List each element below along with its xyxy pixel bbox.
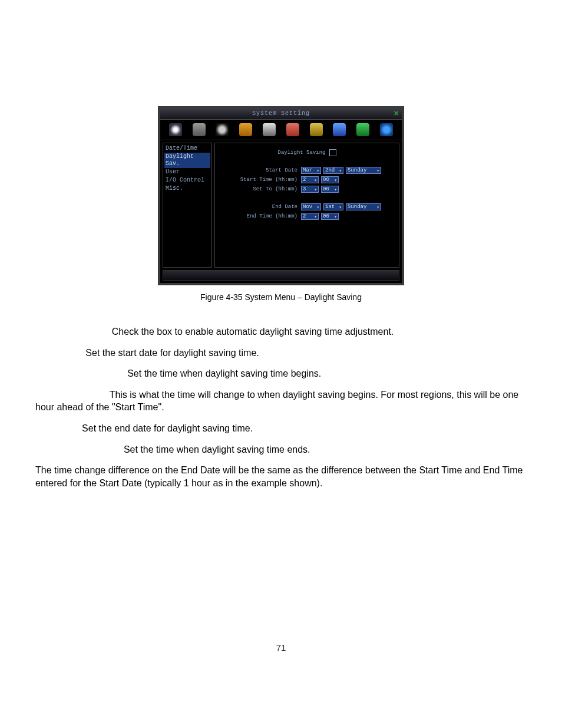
arrow-icon[interactable] <box>193 123 206 136</box>
form-row: End Time (hh:mm)2▾00▾ <box>221 213 393 220</box>
form-row: Start Time (hh:mm)2▾00▾ <box>221 176 393 183</box>
page-number: 71 <box>35 643 527 653</box>
chevron-down-icon: ▾ <box>314 187 317 192</box>
form-row: End DateNov▾1st▾Sunday▾ <box>221 203 393 210</box>
form-row: Start DateMar▾2nd▾Sunday▾ <box>221 167 393 174</box>
dropdown[interactable]: 2▾ <box>301 213 319 220</box>
dropdown[interactable]: 00▾ <box>321 186 339 193</box>
info-icon[interactable] <box>380 123 393 136</box>
body-paragraph: End Date: Set the end date for daylight … <box>35 422 527 435</box>
window-titlebar: System Setting × <box>160 108 402 120</box>
daylight-saving-checkbox[interactable] <box>329 149 336 156</box>
dropdown-value: 2 <box>303 213 306 219</box>
dropdown-value: 2 <box>303 177 306 183</box>
dropdown[interactable]: Sunday▾ <box>346 167 381 174</box>
flag-icon[interactable] <box>263 123 276 136</box>
settings-pane: Daylight Saving Start DateMar▾2nd▾Sunday… <box>214 143 399 268</box>
chevron-down-icon: ▾ <box>339 205 342 210</box>
chevron-down-icon: ▾ <box>314 214 317 219</box>
field-term: End Date: <box>35 423 80 433</box>
field-term: Daylight Saving: <box>35 327 109 337</box>
dropdown[interactable]: 1st▾ <box>323 203 343 210</box>
bottom-bar <box>163 270 399 281</box>
chevron-down-icon: ▾ <box>316 205 319 210</box>
globe-icon[interactable] <box>216 123 229 136</box>
body-paragraph: Start Time (hh:mm): Set the time when da… <box>35 367 527 380</box>
field-label: End Date <box>221 204 297 210</box>
sidebar-item[interactable]: User <box>164 168 210 176</box>
dropdown-value: Nov <box>303 204 312 210</box>
sidebar-item[interactable]: I/O Control <box>164 176 210 185</box>
wand-icon[interactable] <box>169 123 182 136</box>
dropdown[interactable]: Mar▾ <box>301 167 321 174</box>
dropdown[interactable]: 00▾ <box>321 176 339 183</box>
window-title: System Setting <box>252 110 310 117</box>
field-term: Set To (hh:mm): <box>35 390 107 400</box>
chevron-down-icon: ▾ <box>334 214 337 219</box>
chevron-down-icon: ▾ <box>314 177 317 183</box>
dropdown[interactable]: 2▾ <box>301 176 319 183</box>
dropdown-value: 3 <box>303 186 306 192</box>
field-label: End Time (hh:mm) <box>221 213 297 219</box>
field-term: Start Date: <box>35 348 83 358</box>
dropdown-value: 00 <box>323 177 329 183</box>
monitor-icon[interactable] <box>333 123 346 136</box>
network-icon[interactable] <box>286 123 299 136</box>
sidebar: Date/TimeDaylight Sav.UserI/O ControlMis… <box>163 143 212 268</box>
body-paragraph: Set To (hh:mm): This is what the time wi… <box>35 388 527 414</box>
sidebar-item[interactable]: Date/Time <box>164 144 210 153</box>
dropdown-value: 2nd <box>325 167 335 173</box>
system-setting-screenshot: System Setting × Date/TimeDaylight Sav.U… <box>158 106 404 285</box>
figure-caption: Figure 4-35 System Menu – Daylight Savin… <box>35 292 527 302</box>
bell-icon[interactable] <box>239 123 252 136</box>
daylight-saving-label: Daylight Saving <box>277 150 325 156</box>
field-label: Start Time (hh:mm) <box>221 177 297 183</box>
dropdown-value: Sunday <box>348 204 366 210</box>
dropdown[interactable]: 3▾ <box>301 186 319 193</box>
field-term: Start Time (hh:mm): <box>35 368 125 378</box>
dropdown-value: 1st <box>325 204 335 210</box>
toolbar <box>160 120 402 140</box>
dropdown[interactable]: 00▾ <box>321 213 339 220</box>
chevron-down-icon: ▾ <box>339 168 342 173</box>
dropdown-value: 00 <box>323 213 329 219</box>
body-paragraph: Start Date: Set the start date for dayli… <box>35 347 527 360</box>
dropdown-value: Mar <box>303 167 312 173</box>
search-icon[interactable] <box>310 123 323 136</box>
body-paragraph: Daylight Saving: Check the box to enable… <box>35 325 527 338</box>
body-paragraph: End Time (hh:mm): Set the time when dayl… <box>35 443 527 456</box>
chevron-down-icon: ▾ <box>334 177 337 183</box>
sidebar-item[interactable]: Misc. <box>164 185 210 193</box>
chevron-down-icon: ▾ <box>316 168 319 173</box>
sidebar-item[interactable]: Daylight Sav. <box>164 153 210 168</box>
gear-icon[interactable] <box>356 123 369 136</box>
dropdown[interactable]: Sunday▾ <box>346 203 381 210</box>
dropdown[interactable]: Nov▾ <box>301 203 321 210</box>
field-term: End Time (hh:mm): <box>35 444 121 454</box>
chevron-down-icon: ▾ <box>334 187 337 192</box>
close-icon[interactable]: × <box>394 109 399 118</box>
chevron-down-icon: ▾ <box>376 205 379 210</box>
field-label: Start Date <box>221 167 297 173</box>
form-row: Set To (hh:mm)3▾00▾ <box>221 186 393 193</box>
field-label: Set To (hh:mm) <box>221 186 297 192</box>
dropdown[interactable]: 2nd▾ <box>323 167 343 174</box>
chevron-down-icon: ▾ <box>376 168 379 173</box>
dropdown-value: Sunday <box>348 167 366 173</box>
dropdown-value: 00 <box>323 186 329 192</box>
closing-paragraph: The time change difference on the End Da… <box>35 464 527 489</box>
